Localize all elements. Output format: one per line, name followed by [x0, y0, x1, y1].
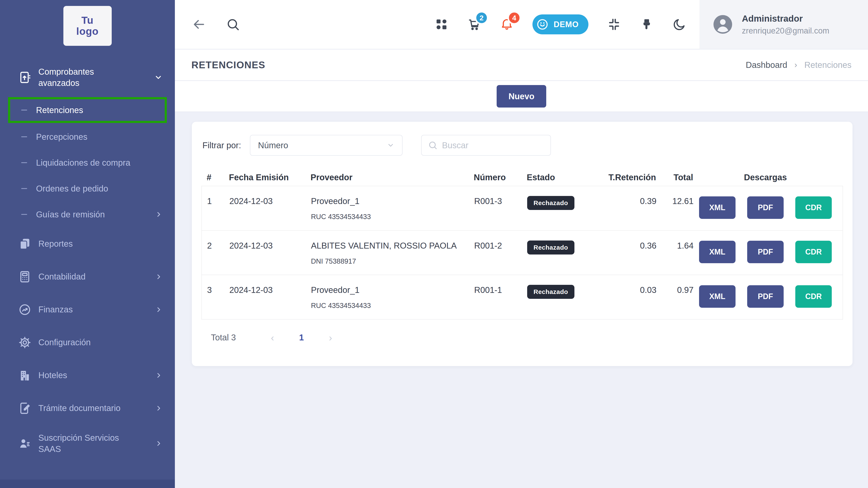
- sidebar-item-configuracion[interactable]: Configuración: [0, 326, 175, 359]
- table-header-row: # Fecha Emisión Proveedor Número Estado …: [202, 169, 843, 186]
- building-icon: [18, 369, 32, 382]
- pagination-prev-icon[interactable]: ‹: [271, 332, 274, 343]
- topbar: 2 4 DEMO: [175, 0, 868, 49]
- pagination-total: Total 3: [211, 333, 236, 342]
- breadcrumb-dashboard[interactable]: Dashboard: [746, 60, 787, 70]
- cdr-download-button[interactable]: CDR: [795, 196, 832, 219]
- filter-selected-option: Número: [258, 141, 288, 150]
- cart-icon[interactable]: 2: [467, 18, 481, 31]
- pdf-download-button[interactable]: PDF: [747, 285, 784, 308]
- breadcrumb: Dashboard › Retenciones: [746, 60, 851, 70]
- logo-line2: logo: [76, 26, 99, 37]
- dash-icon: [21, 162, 27, 163]
- notifications-badge: 4: [507, 11, 521, 25]
- sidebar-item-reportes[interactable]: Reportes: [0, 227, 175, 260]
- xml-download-button[interactable]: XML: [699, 196, 736, 219]
- sidebar-item-ordenes-de-pedido[interactable]: Ordenes de pedido: [0, 176, 175, 201]
- status-badge: Rechazado: [527, 196, 575, 210]
- table-row: 2 2024-12-03 ALBITES VALENTIN, ROSSIO PA…: [202, 231, 843, 275]
- new-button[interactable]: Nuevo: [497, 85, 546, 108]
- col-index: #: [207, 173, 229, 182]
- sidebar-item-liquidaciones-de-compra[interactable]: Liquidaciones de compra: [0, 150, 175, 176]
- active-item-highlight: Retenciones: [8, 97, 167, 123]
- app-screen: Tu logo Comprobantes avanzados Retencion…: [0, 0, 868, 488]
- finance-trend-icon: [18, 303, 32, 316]
- row-index: 2: [207, 239, 229, 251]
- cdr-download-button[interactable]: CDR: [795, 241, 832, 263]
- row-provider: Proveedor_1: [311, 285, 474, 295]
- row-total: 1.64: [656, 239, 693, 251]
- gear-icon: [18, 336, 32, 349]
- col-status: Estado: [527, 173, 601, 182]
- xml-download-button[interactable]: XML: [699, 241, 736, 263]
- chevron-right-icon: [155, 404, 162, 412]
- cart-badge: 2: [475, 11, 488, 25]
- dark-mode-moon-icon[interactable]: [672, 18, 686, 31]
- chevron-right-icon: [155, 372, 162, 379]
- pagination-page-1[interactable]: 1: [299, 333, 304, 342]
- col-downloads: Descargas: [693, 173, 838, 182]
- sidebar-item-suscripcion-saas[interactable]: Suscripción Servicios SAAS: [0, 425, 175, 462]
- chevron-right-icon: [155, 440, 162, 447]
- pagination: Total 3 ‹ 1 ›: [211, 332, 833, 343]
- sidebar-item-comprobantes-avanzados[interactable]: Comprobantes avanzados: [0, 59, 175, 96]
- row-retention: 0.39: [601, 194, 656, 206]
- sidebar-item-hoteles[interactable]: Hoteles: [0, 359, 175, 392]
- demo-mode-pill[interactable]: DEMO: [532, 15, 588, 34]
- pdf-download-button[interactable]: PDF: [747, 196, 784, 219]
- sidebar-item-percepciones[interactable]: Percepciones: [0, 124, 175, 150]
- receipt-icon: [18, 70, 32, 84]
- breadcrumb-current: Retenciones: [804, 60, 851, 70]
- chevron-right-icon: [155, 273, 162, 281]
- bell-icon[interactable]: 4: [500, 18, 514, 31]
- xml-download-button[interactable]: XML: [699, 285, 736, 308]
- content-area: Filtrar por: Número # Fecha Emisión Prov…: [175, 112, 868, 488]
- row-provider-doc: DNI 75388917: [311, 257, 474, 265]
- paint-brush-icon[interactable]: [640, 18, 654, 31]
- app-logo[interactable]: Tu logo: [63, 6, 112, 46]
- pdf-download-button[interactable]: PDF: [747, 241, 784, 263]
- col-number: Número: [474, 173, 527, 182]
- sidebar-item-finanzas[interactable]: Finanzas: [0, 293, 175, 326]
- row-provider-doc: RUC 43534534433: [311, 212, 474, 221]
- action-bar: Nuevo: [175, 81, 868, 112]
- sidebar-item-tramite-documentario[interactable]: Trámite documentario: [0, 392, 175, 425]
- sidebar-item-contabilidad[interactable]: Contabilidad: [0, 260, 175, 293]
- filter-field-select[interactable]: Número: [250, 135, 403, 156]
- dash-icon: [21, 136, 27, 137]
- sidebar-item-retenciones[interactable]: Retenciones: [36, 105, 83, 116]
- sidebar-item-label: Comprobantes avanzados: [38, 66, 132, 89]
- apps-grid-icon[interactable]: [435, 18, 448, 31]
- avatar: [713, 14, 733, 35]
- row-number: R001-3: [474, 194, 527, 206]
- chevron-right-icon: [155, 306, 162, 313]
- cdr-download-button[interactable]: CDR: [795, 285, 832, 308]
- filter-label: Filtrar por:: [203, 141, 241, 150]
- smiley-icon: [536, 18, 549, 31]
- row-date: 2024-12-03: [229, 194, 311, 206]
- col-total: Total: [656, 173, 693, 182]
- retentions-card: Filtrar por: Número # Fecha Emisión Prov…: [192, 122, 852, 366]
- row-date: 2024-12-03: [229, 239, 311, 251]
- table-body: 1 2024-12-03 Proveedor_1 RUC 43534534433…: [202, 186, 843, 320]
- search-box: [421, 135, 551, 156]
- row-index: 3: [207, 283, 229, 295]
- user-menu[interactable]: Administrador zrenrique20@gmail.com: [700, 0, 868, 49]
- chevron-right-icon: [155, 210, 162, 218]
- status-badge: Rechazado: [527, 240, 575, 255]
- filter-row: Filtrar por: Número: [192, 122, 852, 156]
- row-index: 1: [207, 194, 229, 206]
- col-date: Fecha Emisión: [229, 173, 311, 182]
- row-number: R001-2: [474, 239, 527, 251]
- sidebar-item-guias-de-remision[interactable]: Guías de remisión: [0, 201, 175, 227]
- row-date: 2024-12-03: [229, 283, 311, 295]
- row-provider: Proveedor_1: [311, 196, 474, 206]
- row-provider-doc: RUC 43534534433: [311, 302, 474, 310]
- compress-icon[interactable]: [607, 18, 621, 31]
- calculator-icon: [18, 270, 32, 284]
- search-icon[interactable]: [226, 18, 240, 31]
- back-arrow-icon[interactable]: [192, 18, 206, 31]
- search-input[interactable]: [442, 141, 544, 150]
- row-total: 12.61: [656, 194, 693, 206]
- pagination-next-icon[interactable]: ›: [329, 332, 332, 343]
